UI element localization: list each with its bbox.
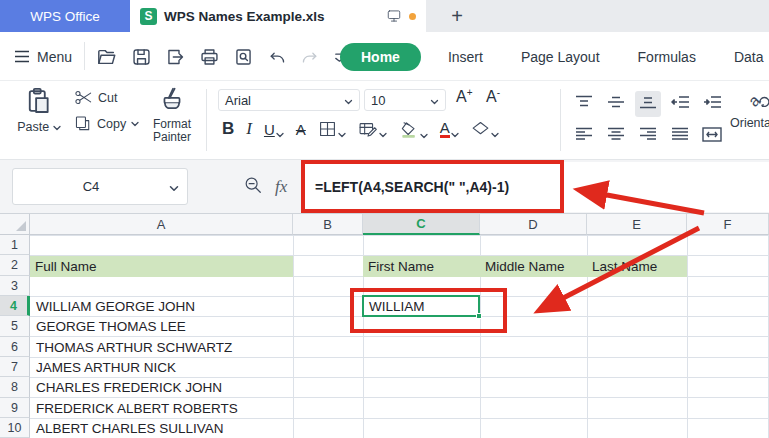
cell-d2[interactable]: Middle Name: [480, 256, 587, 277]
row-header-10[interactable]: 10: [0, 418, 30, 438]
export-icon[interactable]: [165, 47, 186, 67]
tab-home[interactable]: Home: [340, 43, 421, 71]
column-header-d[interactable]: D: [480, 214, 587, 235]
increase-font-size-button[interactable]: A+: [456, 87, 473, 106]
tab-data[interactable]: Data: [715, 49, 769, 65]
zoom-search-icon[interactable]: [243, 175, 263, 199]
insert-function-icon[interactable]: fx: [275, 177, 287, 197]
format-painter-button[interactable]: Format Painter: [146, 86, 198, 144]
align-center-button[interactable]: [607, 127, 625, 145]
new-tab-button[interactable]: +: [440, 0, 474, 32]
align-bottom-button[interactable]: [635, 91, 661, 117]
tab-insert[interactable]: Insert: [429, 49, 502, 65]
font-name-select[interactable]: Arial: [218, 89, 360, 111]
paste-button[interactable]: Paste: [16, 86, 62, 134]
strikethrough-button[interactable]: A: [292, 119, 310, 140]
spreadsheet-icon: S: [140, 8, 157, 25]
font-size-select[interactable]: 10: [364, 89, 446, 111]
decrease-indent-button[interactable]: [671, 95, 690, 113]
row-header-5[interactable]: 5: [0, 316, 30, 337]
row-header-1[interactable]: 1: [0, 235, 30, 255]
tab-formulas[interactable]: Formulas: [619, 49, 715, 65]
cell-a8[interactable]: CHARLES FREDERICK JOHN: [31, 377, 293, 397]
borders-button[interactable]: [314, 118, 350, 140]
document-tab[interactable]: S WPS Names Example.xls: [130, 0, 426, 32]
monitor-icon: [386, 9, 402, 23]
undo-icon[interactable]: [267, 48, 287, 66]
annotation-box-formula: [301, 160, 564, 213]
print-icon[interactable]: [199, 47, 220, 67]
chevron-down-icon: [169, 185, 179, 192]
cell-a4[interactable]: WILLIAM GEORGE JOHN: [31, 296, 293, 316]
font-name-value: Arial: [225, 93, 251, 108]
alignment-group: [568, 88, 728, 152]
select-all-corner[interactable]: [0, 214, 30, 235]
align-left-button[interactable]: [575, 127, 593, 145]
align-middle-button[interactable]: [607, 95, 625, 113]
chevron-down-icon: [344, 99, 353, 105]
italic-button[interactable]: I: [242, 117, 256, 141]
align-right-button[interactable]: [639, 127, 657, 145]
title-bar: WPS Office S WPS Names Example.xls +: [0, 0, 769, 32]
cell-a6[interactable]: THOMAS ARTHUR SCHWARTZ: [31, 337, 293, 357]
justify-button[interactable]: [671, 127, 689, 145]
wps-office-button[interactable]: WPS Office: [0, 0, 130, 32]
copy-button[interactable]: Copy: [74, 115, 139, 132]
clipboard-icon: [25, 86, 53, 116]
column-header-b[interactable]: B: [293, 214, 363, 235]
cut-button[interactable]: Cut: [74, 89, 139, 106]
row-header-4[interactable]: 4: [0, 296, 30, 316]
print-preview-icon[interactable]: [233, 47, 254, 67]
cell-a9[interactable]: FREDERICK ALBERT ROBERTS: [31, 398, 293, 418]
cell-c2[interactable]: First Name: [363, 256, 480, 277]
divider: [560, 89, 561, 151]
fill-color-button[interactable]: [395, 118, 432, 141]
save-icon[interactable]: [131, 47, 152, 67]
underline-button[interactable]: U: [260, 119, 288, 140]
column-header-f[interactable]: F: [687, 214, 769, 235]
decrease-font-size-button[interactable]: A-: [486, 87, 500, 106]
app-button-label: WPS Office: [30, 9, 100, 24]
scissors-icon: [74, 89, 93, 106]
menu-row: Menu Home Insert Page Layout: [0, 32, 769, 81]
format-painter-label-2: Painter: [146, 131, 198, 144]
cell-a7[interactable]: JAMES ARTHUR NICK: [31, 357, 293, 377]
cell-format-button[interactable]: [354, 118, 391, 140]
eraser-button[interactable]: [467, 118, 503, 140]
row-header-3[interactable]: 3: [0, 276, 30, 296]
chevron-down-icon: [276, 132, 284, 138]
row-header-8[interactable]: 8: [0, 377, 30, 398]
row-header-9[interactable]: 9: [0, 398, 30, 418]
font-color-button[interactable]: A: [436, 118, 463, 140]
name-box[interactable]: C4: [12, 168, 188, 205]
copy-label: Copy: [97, 117, 126, 131]
home-ribbon-toolbar: Paste Cut Copy Format Painter: [0, 81, 769, 160]
align-top-button[interactable]: [575, 95, 593, 113]
tab-page-layout[interactable]: Page Layout: [502, 49, 619, 65]
cell-a10[interactable]: ALBERT CHARLES SULLIVAN: [31, 418, 293, 438]
chevron-down-icon: [430, 99, 439, 105]
cut-label: Cut: [98, 91, 117, 105]
column-header-e[interactable]: E: [587, 214, 687, 235]
hamburger-icon: [14, 50, 30, 63]
chevron-down-icon: [379, 132, 387, 138]
cell-e2[interactable]: Last Name: [587, 256, 687, 277]
menu-button[interactable]: Menu: [14, 32, 72, 81]
orientation-button[interactable]: a Orientation: [730, 86, 769, 130]
row-header-7[interactable]: 7: [0, 357, 30, 377]
increase-indent-button[interactable]: [703, 95, 722, 113]
menu-label: Menu: [37, 49, 72, 65]
column-header-a[interactable]: A: [30, 214, 293, 235]
cell-reference: C4: [13, 179, 169, 194]
chevron-down-icon: [53, 125, 61, 131]
cell-a2[interactable]: Full Name: [30, 256, 293, 277]
open-file-icon[interactable]: [96, 47, 118, 67]
bold-button[interactable]: B: [218, 117, 238, 141]
merge-center-button[interactable]: [702, 127, 722, 146]
column-header-c[interactable]: C: [363, 214, 480, 235]
row-header-2[interactable]: 2: [0, 255, 30, 276]
redo-icon[interactable]: [300, 48, 320, 66]
row-header-6[interactable]: 6: [0, 337, 30, 357]
cell-a5[interactable]: GEORGE THOMAS LEE: [31, 316, 293, 336]
font-style-group: B I U A A: [218, 117, 503, 141]
